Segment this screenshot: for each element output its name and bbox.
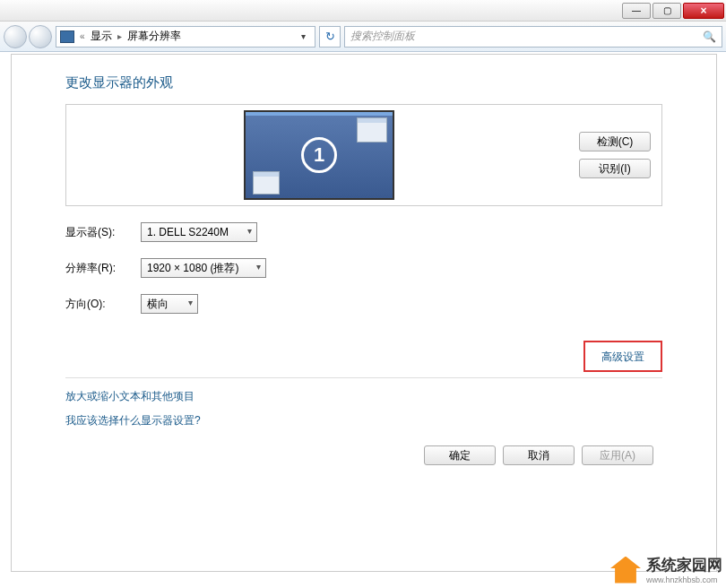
chevron-right-icon: ▸ [117,31,122,41]
identify-button[interactable]: 识别(I) [579,159,651,178]
breadcrumb-dropdown-icon[interactable]: ▾ [296,31,311,41]
breadcrumb[interactable]: « 显示 ▸ 屏幕分辨率 ▾ [56,26,315,48]
monitor-number: 1 [301,137,337,173]
page-title: 更改显示器的外观 [65,74,662,91]
ok-button[interactable]: 确定 [424,445,496,465]
watermark: 系统家园网 www.hnzkhbsb.com [610,555,722,584]
search-input[interactable]: 搜索控制面板 🔍 [344,26,722,48]
crumb-display[interactable]: 显示 [91,29,112,44]
advanced-settings-link[interactable]: 高级设置 [601,350,644,363]
watermark-url: www.hnzkhbsb.com [646,575,722,584]
window-titlebar: — ▢ × [0,0,726,22]
orientation-dropdown[interactable]: 横向 [141,294,198,314]
nav-bar: « 显示 ▸ 屏幕分辨率 ▾ ↻ 搜索控制面板 🔍 [0,22,726,52]
preview-window-icon [253,171,280,195]
minimize-button[interactable]: — [622,3,651,19]
separator [65,377,662,378]
house-icon [610,557,641,584]
back-button[interactable] [4,25,27,48]
content-frame: 更改显示器的外观 1 检测(C) 识别(I) 显示器(S): 1. DELL S… [11,54,717,572]
cancel-button[interactable]: 取消 [503,445,575,465]
search-placeholder: 搜索控制面板 [350,29,415,44]
resolution-label: 分辨率(R): [65,261,141,276]
display-dropdown[interactable]: 1. DELL S2240M [141,222,257,242]
watermark-brand: 系统家园网 [646,557,722,574]
advanced-settings-highlight: 高级设置 [583,341,662,372]
forward-button[interactable] [29,25,52,48]
monitor-preview[interactable]: 1 [244,110,394,200]
orientation-label: 方向(O): [65,297,141,312]
back-chev-icon: « [80,31,85,41]
text-scaling-link[interactable]: 放大或缩小文本和其他项目 [65,389,662,404]
close-button[interactable]: × [683,3,724,19]
display-help-link[interactable]: 我应该选择什么显示器设置? [65,413,662,428]
resolution-dropdown[interactable]: 1920 × 1080 (推荐) [141,258,266,278]
search-icon[interactable]: 🔍 [703,30,716,43]
preview-window-icon [357,117,387,143]
control-panel-icon [60,30,74,43]
crumb-resolution[interactable]: 屏幕分辨率 [127,29,181,44]
display-label: 显示器(S): [65,225,141,240]
maximize-button[interactable]: ▢ [653,3,681,19]
apply-button[interactable]: 应用(A) [582,445,653,465]
detect-button[interactable]: 检测(C) [579,132,651,151]
refresh-button[interactable]: ↻ [319,26,341,48]
dialog-buttons: 确定 取消 应用(A) [424,445,653,465]
monitor-preview-box: 1 检测(C) 识别(I) [65,104,662,206]
